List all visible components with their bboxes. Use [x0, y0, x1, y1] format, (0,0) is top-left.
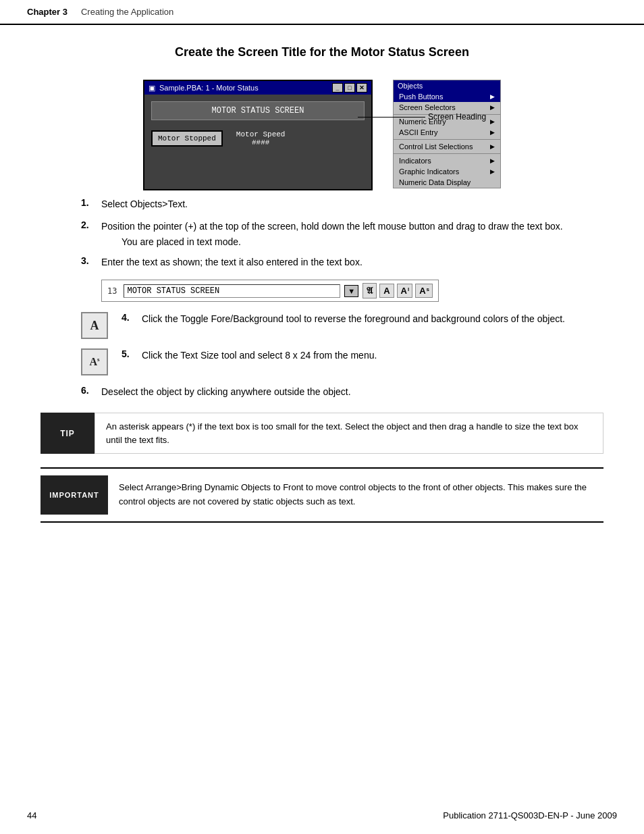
annotation-line: [358, 117, 425, 118]
menu-separator-2: [394, 139, 500, 140]
step-5: 5. Click the Text Size tool and select 8…: [122, 348, 377, 363]
maximize-button[interactable]: □: [344, 83, 355, 93]
text-input-row: 13 MOTOR STATUS SCREEN ▼ 𝔄 A Al As: [101, 280, 439, 302]
step-1: 1. Select Objects>Text.: [81, 197, 603, 211]
step-3: 3. Enter the text as shown; the text it …: [81, 255, 603, 269]
step-4-icon-label: A: [90, 319, 99, 333]
window-controls[interactable]: _ □ ✕: [332, 83, 367, 93]
page-content: Create the Screen Title for the Motor St…: [0, 25, 644, 577]
submenu-arrow: ▶: [490, 157, 495, 164]
objects-menu-title: Objects: [394, 80, 500, 91]
tool-icon-2[interactable]: A: [379, 284, 394, 298]
windows-dialog: ▣ Sample.PBA: 1 - Motor Status _ □ ✕ MOT…: [143, 80, 373, 190]
page-number: 44: [27, 810, 36, 820]
tool-icon-1[interactable]: 𝔄: [363, 283, 377, 298]
menu-label: Graphic Indicators: [399, 167, 459, 176]
page-title: Create the Screen Title for the Motor St…: [41, 45, 603, 59]
tool-icon-4[interactable]: As: [415, 284, 433, 298]
menu-item-screen-selectors[interactable]: Screen Selectors ▶: [394, 102, 500, 113]
text-input-field[interactable]: MOTOR STATUS SCREEN: [124, 284, 340, 298]
menu-item-push-buttons[interactable]: Push Buttons ▶: [394, 91, 500, 102]
motor-bottom-row: Motor Stopped Motor Speed ####: [151, 130, 365, 147]
step-2-sub: You are placed in text mode.: [122, 236, 563, 247]
menu-item-indicators[interactable]: Indicators ▶: [394, 155, 500, 166]
step-4-with-icon: A 4. Click the Toggle Fore/Background to…: [81, 312, 603, 339]
text-dropdown[interactable]: ▼: [344, 285, 358, 297]
close-button[interactable]: ✕: [356, 83, 367, 93]
chapter-label: Chapter 3: [27, 7, 68, 17]
menu-separator-3: [394, 153, 500, 154]
window-content: MOTOR STATUS SCREEN Motor Stopped Motor …: [144, 95, 371, 189]
menu-label: Numeric Data Display: [399, 178, 471, 186]
minimize-button[interactable]: _: [332, 83, 343, 93]
step-6-text: Deselect the object by clicking anywhere…: [101, 385, 351, 399]
tip-label: TIP: [41, 413, 95, 454]
tip-box: TIP An asterisk appears (*) if the text …: [41, 413, 603, 454]
steps-section: 1. Select Objects>Text. 2. Position the …: [81, 197, 603, 399]
menu-item-numeric-data-display[interactable]: Numeric Data Display: [394, 177, 500, 188]
step-6: 6. Deselect the object by clicking anywh…: [81, 385, 603, 399]
motor-speed-value: ####: [236, 138, 286, 147]
submenu-arrow: ▶: [490, 104, 495, 111]
step-5-icon-label: As: [89, 356, 99, 368]
step-3-num: 3.: [81, 255, 95, 266]
step-5-icon: As: [81, 348, 108, 375]
important-box: IMPORTANT Select Arrange>Bring Dynamic O…: [41, 467, 603, 523]
motor-status-text: MOTOR STATUS SCREEN: [212, 106, 304, 115]
menu-label: Push Buttons: [399, 93, 443, 101]
tool-icon-3[interactable]: Al: [397, 284, 413, 298]
menu-label: Screen Selectors: [399, 103, 456, 111]
motor-stopped-button[interactable]: Motor Stopped: [151, 130, 223, 147]
step-5-with-icon: As 5. Click the Text Size tool and selec…: [81, 348, 603, 375]
text-input-num: 13: [107, 286, 117, 296]
step-5-num: 5.: [122, 348, 135, 359]
motor-status-display: MOTOR STATUS SCREEN: [151, 101, 365, 120]
menu-item-graphic-indicators[interactable]: Graphic Indicators ▶: [394, 166, 500, 177]
motor-speed-block: Motor Speed ####: [236, 130, 286, 147]
menu-label: Control List Selections: [399, 142, 473, 151]
submenu-arrow: ▶: [490, 129, 495, 136]
step-3-text: Enter the text as shown; the text it als…: [101, 255, 363, 269]
annotation-label: Screen Heading: [428, 112, 486, 122]
step-2-text: Position the pointer (+) at the top of t…: [101, 221, 563, 232]
submenu-arrow: ▶: [490, 93, 495, 100]
motor-speed-label: Motor Speed: [236, 130, 286, 138]
submenu-arrow: ▶: [490, 118, 495, 125]
step-5-content: 5. Click the Text Size tool and select 8…: [122, 348, 377, 363]
title-bar: ▣ Sample.PBA: 1 - Motor Status _ □ ✕: [144, 81, 371, 95]
window-title: Sample.PBA: 1 - Motor Status: [159, 84, 259, 92]
objects-menu: Objects Push Buttons ▶ Screen Selectors …: [393, 80, 501, 188]
publication-info: Publication 2711-QS003D-EN-P - June 2009: [443, 810, 617, 820]
step-4-icon: A: [81, 312, 108, 339]
menu-label: Indicators: [399, 157, 431, 165]
submenu-arrow: ▶: [490, 168, 495, 175]
step-4-text: Click the Toggle Fore/Background tool to…: [142, 312, 565, 326]
screenshot-area: ▣ Sample.PBA: 1 - Motor Status _ □ ✕ MOT…: [41, 80, 603, 190]
step-4: 4. Click the Toggle Fore/Background tool…: [122, 312, 565, 326]
important-label: IMPORTANT: [41, 475, 108, 515]
step-4-num: 4.: [122, 312, 135, 323]
menu-item-control-list[interactable]: Control List Selections ▶: [394, 141, 500, 152]
text-tool-icons: 𝔄 A Al As: [363, 283, 433, 298]
title-text: ▣ Sample.PBA: 1 - Motor Status: [149, 84, 259, 93]
step-2-num: 2.: [81, 219, 95, 230]
step-2-content: Position the pointer (+) at the top of t…: [101, 219, 563, 247]
step-1-num: 1.: [81, 197, 95, 208]
menu-label: ASCII Entry: [399, 128, 437, 136]
step-6-num: 6.: [81, 385, 95, 396]
step-1-text: Select Objects>Text.: [101, 197, 188, 211]
step-2: 2. Position the pointer (+) at the top o…: [81, 219, 603, 247]
submenu-arrow: ▶: [490, 143, 495, 150]
important-content: Select Arrange>Bring Dynamic Objects to …: [108, 475, 603, 515]
page-header: Chapter 3 Creating the Application: [0, 0, 644, 25]
tip-content: An asterisk appears (*) if the text box …: [95, 413, 603, 454]
menu-item-ascii-entry[interactable]: ASCII Entry ▶: [394, 127, 500, 138]
step-4-content: 4. Click the Toggle Fore/Background tool…: [122, 312, 565, 326]
page-footer: 44 Publication 2711-QS003D-EN-P - June 2…: [27, 810, 617, 820]
window-icon: ▣: [149, 84, 155, 93]
chapter-subtitle: Creating the Application: [81, 7, 173, 17]
screen-heading-annotation: Screen Heading: [358, 112, 486, 122]
step-5-text: Click the Text Size tool and select 8 x …: [142, 348, 377, 363]
